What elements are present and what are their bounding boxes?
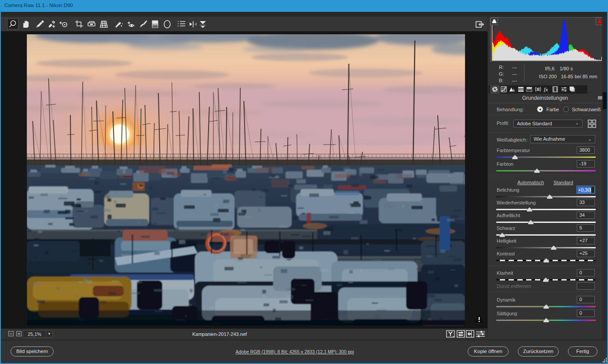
svg-text:fx: fx xyxy=(544,86,548,92)
